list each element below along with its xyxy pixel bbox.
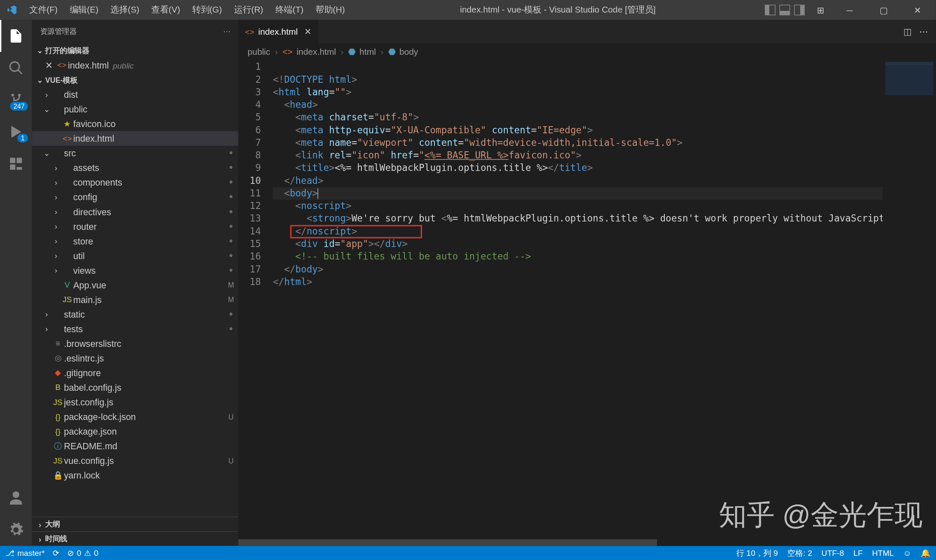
chevron-right-icon[interactable]: › [51, 251, 61, 260]
tree-folder[interactable]: ›views• [32, 263, 238, 277]
breadcrumb-item[interactable]: body [399, 46, 418, 56]
tree-folder[interactable]: ›config• [32, 190, 238, 204]
tree-file[interactable]: <>index.html [32, 131, 238, 146]
tree-file[interactable]: {}package-lock.jsonU [32, 410, 238, 424]
status-notifications-icon[interactable]: 🔔 [921, 549, 931, 558]
editor-more-icon[interactable]: ⋯ [919, 27, 928, 37]
menu-view[interactable]: 查看(V) [145, 0, 186, 20]
window-close-button[interactable]: ✕ [903, 0, 933, 20]
tree-file[interactable]: ≡.browserslistrc [32, 336, 238, 351]
tree-file[interactable]: JSjest.config.js [32, 395, 238, 410]
chevron-right-icon[interactable]: › [51, 207, 61, 216]
close-icon[interactable]: ✕ [43, 60, 56, 70]
activity-debug[interactable]: 1 [0, 116, 32, 148]
breadcrumbs[interactable]: public › <> index.html › ⬣ html › ⬣ body [238, 43, 936, 59]
status-language[interactable]: HTML [872, 549, 894, 558]
breadcrumb-item[interactable]: index.html [297, 46, 336, 56]
debug-badge: 1 [18, 134, 28, 143]
activity-search[interactable] [0, 52, 32, 84]
tree-file[interactable]: VApp.vueM [32, 277, 238, 292]
chevron-right-icon[interactable]: › [41, 324, 52, 333]
timeline-header[interactable]: › 时间线 [32, 531, 238, 546]
chevron-right-icon[interactable]: › [41, 90, 52, 99]
tree-file[interactable]: ◆.gitignore [32, 366, 238, 380]
menu-file[interactable]: 文件(F) [23, 0, 64, 20]
customize-layout-icon[interactable]: ⊞ [817, 5, 824, 15]
status-branch[interactable]: ⎇ master* [5, 549, 45, 558]
menu-go[interactable]: 转到(G) [186, 0, 228, 20]
file-icon: JS [61, 295, 74, 304]
activity-scm[interactable]: 247 [0, 84, 32, 116]
chevron-right-icon: › [379, 46, 385, 56]
code-editor[interactable]: <!DOCTYPE html> <html lang=""> <head> <m… [273, 59, 883, 540]
sidebar-more-icon[interactable]: ⋯ [223, 27, 231, 36]
scrollbar-thumb[interactable] [238, 539, 657, 546]
project-header[interactable]: ⌄ VUE-模板 [32, 73, 238, 87]
minimap[interactable] [883, 59, 936, 540]
tree-folder[interactable]: ⌄src• [32, 146, 238, 160]
status-sync[interactable]: ⟳ [53, 549, 59, 558]
status-cursor[interactable]: 行 10，列 9 [736, 547, 778, 559]
split-editor-icon[interactable]: ◫ [903, 27, 911, 37]
tree-folder[interactable]: ›dist [32, 87, 238, 102]
tree-file[interactable]: JSmain.jsM [32, 292, 238, 307]
tree-folder[interactable]: ›util• [32, 248, 238, 263]
tree-folder[interactable]: ›directives• [32, 204, 238, 219]
status-problems[interactable]: ⊘0 ⚠0 [67, 549, 98, 558]
tree-file[interactable]: 🔒yarn.lock [32, 468, 238, 483]
tree-file[interactable]: {}package.json [32, 424, 238, 439]
file-icon: ◎ [52, 354, 64, 363]
close-icon[interactable]: ✕ [304, 27, 312, 37]
breadcrumb-item[interactable]: public [248, 46, 270, 56]
tree-folder[interactable]: ›store• [32, 234, 238, 248]
activity-extensions[interactable] [0, 148, 32, 180]
tree-file[interactable]: ★favicon.ico [32, 117, 238, 131]
chevron-right-icon[interactable]: › [41, 310, 52, 319]
menu-terminal[interactable]: 终端(T) [269, 0, 310, 20]
breadcrumb-item[interactable]: html [359, 46, 376, 56]
tree-file[interactable]: ⓘREADME.md [32, 439, 238, 453]
menu-help[interactable]: 帮助(H) [310, 0, 351, 20]
sidebar: 资源管理器 ⋯ ⌄ 打开的编辑器 ✕ <> index.htmlpublic ⌄… [32, 20, 238, 546]
tree-folder[interactable]: ›assets• [32, 160, 238, 175]
chevron-down-icon[interactable]: ⌄ [41, 104, 52, 114]
line-number-gutter[interactable]: 123456789101112131415161718 [238, 59, 273, 540]
open-editor-item[interactable]: ✕ <> index.htmlpublic [32, 58, 238, 73]
tree-folder[interactable]: ›tests• [32, 321, 238, 336]
tree-folder[interactable]: ›static• [32, 307, 238, 321]
window-minimize-button[interactable]: ─ [835, 0, 865, 20]
chevron-right-icon[interactable]: › [51, 266, 61, 275]
status-indent[interactable]: 空格: 2 [787, 547, 812, 559]
outline-header[interactable]: › 大纲 [32, 517, 238, 531]
tree-folder[interactable]: ›router• [32, 219, 238, 234]
chevron-right-icon[interactable]: › [51, 178, 61, 187]
scm-decoration: • [224, 150, 238, 156]
horizontal-scrollbar[interactable] [238, 539, 936, 546]
tree-file[interactable]: ◎.eslintrc.js [32, 351, 238, 366]
menu-selection[interactable]: 选择(S) [104, 0, 145, 20]
window-maximize-button[interactable]: ▢ [869, 0, 899, 20]
chevron-right-icon[interactable]: › [51, 221, 61, 231]
status-feedback-icon[interactable]: ☺ [903, 549, 911, 558]
tree-file[interactable]: JSvue.config.jsU [32, 453, 238, 468]
toggle-panel-icon[interactable] [779, 5, 790, 15]
activity-accounts[interactable] [0, 482, 32, 514]
toggle-secondary-sidebar-icon[interactable] [794, 5, 804, 15]
status-eol[interactable]: LF [853, 549, 862, 558]
toggle-primary-sidebar-icon[interactable] [765, 5, 775, 15]
chevron-down-icon[interactable]: ⌄ [41, 148, 52, 158]
menu-run[interactable]: 运行(R) [228, 0, 269, 20]
chevron-right-icon[interactable]: › [51, 237, 61, 246]
open-editors-header[interactable]: ⌄ 打开的编辑器 [32, 43, 238, 58]
activity-settings[interactable] [0, 514, 32, 546]
tree-item-label: router [73, 221, 224, 232]
editor-tab-index-html[interactable]: <> index.html ✕ [238, 20, 319, 43]
tree-file[interactable]: Bbabel.config.js [32, 380, 238, 395]
status-encoding[interactable]: UTF-8 [822, 549, 844, 558]
menu-edit[interactable]: 编辑(E) [64, 0, 104, 20]
tree-folder[interactable]: ›components• [32, 175, 238, 190]
chevron-right-icon[interactable]: › [51, 163, 61, 172]
chevron-right-icon[interactable]: › [51, 192, 61, 201]
tree-folder[interactable]: ⌄public [32, 102, 238, 117]
activity-explorer[interactable] [0, 20, 32, 52]
